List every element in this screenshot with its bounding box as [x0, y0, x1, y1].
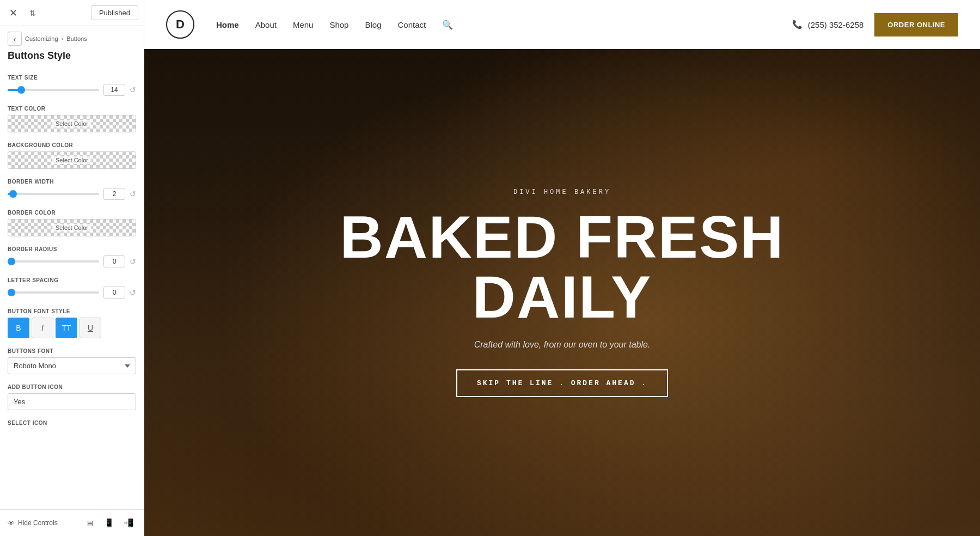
site-navbar: D Home About Menu Shop Blog Contact 🔍 📞 …: [144, 0, 980, 49]
hero-title-line1: BAKED FRESH: [340, 203, 785, 270]
nav-blog[interactable]: Blog: [365, 20, 381, 29]
border-radius-input[interactable]: 0: [103, 255, 125, 267]
button-font-style-field: BUTTON FONT STYLE B I TT U: [8, 308, 136, 338]
nav-menu[interactable]: Menu: [293, 20, 314, 29]
hero-content: DIVI HOME BAKERY BAKED FRESH DAILY Craft…: [144, 49, 980, 536]
logo-circle[interactable]: D: [166, 10, 194, 39]
select-icon-label: SELECT ICON: [8, 420, 136, 426]
text-size-row: 14 ↺: [8, 84, 136, 96]
tablet-device-button[interactable]: 📱: [101, 515, 117, 531]
preview-area: D Home About Menu Shop Blog Contact 🔍 📞 …: [144, 0, 980, 536]
text-color-swatch[interactable]: Select Color: [8, 115, 136, 132]
border-color-swatch-label: Select Color: [52, 224, 91, 232]
panel-title: Buttons Style: [0, 49, 144, 69]
published-button[interactable]: Published: [91, 5, 138, 20]
nav-phone: 📞 (255) 352-6258: [792, 20, 864, 29]
nav-about[interactable]: About: [255, 20, 277, 29]
search-icon[interactable]: 🔍: [442, 20, 453, 30]
hero-title: BAKED FRESH DAILY: [340, 207, 785, 327]
border-radius-field: BORDER RADIUS 0 ↺: [8, 246, 136, 267]
border-width-slider-thumb[interactable]: [9, 190, 17, 198]
letter-spacing-label: LETTER SPACING: [8, 277, 136, 283]
text-size-slider-thumb[interactable]: [17, 86, 25, 94]
letter-spacing-row: 0 ↺: [8, 287, 136, 299]
phone-number: (255) 352-6258: [808, 20, 864, 29]
border-radius-slider-track[interactable]: [8, 260, 99, 263]
hero-subtitle: DIVI HOME BAKERY: [513, 188, 611, 196]
nav-shop[interactable]: Shop: [329, 20, 348, 29]
border-width-slider-track[interactable]: [8, 193, 99, 195]
eye-icon: 👁: [8, 519, 15, 527]
close-button[interactable]: ✕: [5, 5, 21, 21]
letter-spacing-slider-thumb[interactable]: [8, 289, 15, 296]
buttons-font-label: BUTTONS FONT: [8, 348, 136, 354]
phone-icon: 📞: [792, 20, 803, 29]
breadcrumb: Customizing › Buttons: [25, 35, 87, 42]
order-online-button[interactable]: ORDER ONLINE: [874, 13, 958, 36]
letter-spacing-field: LETTER SPACING 0 ↺: [8, 277, 136, 299]
text-color-swatch-label: Select Color: [52, 120, 91, 127]
hero-title-line2: DAILY: [473, 263, 652, 330]
letter-spacing-input[interactable]: 0: [103, 287, 125, 299]
bold-button[interactable]: B: [8, 318, 29, 338]
add-button-icon-field: ADD BUTTON ICON Yes: [8, 384, 136, 410]
border-radius-row: 0 ↺: [8, 255, 136, 267]
nav-contact[interactable]: Contact: [398, 20, 426, 29]
text-color-field: TEXT COLOR Select Color: [8, 106, 136, 132]
caps-button[interactable]: TT: [56, 318, 77, 338]
border-radius-label: BORDER RADIUS: [8, 246, 136, 252]
background-color-swatch-label: Select Color: [52, 156, 91, 164]
hero-cta-button[interactable]: SKIP THE LINE . ORDER AHEAD .: [456, 369, 668, 397]
desktop-device-button[interactable]: 🖥: [82, 515, 97, 531]
border-color-field: BORDER COLOR Select Color: [8, 210, 136, 236]
panel-content: TEXT SIZE 14 ↺ TEXT COLOR Select Color B…: [0, 69, 144, 509]
select-icon-field: SELECT ICON: [8, 420, 136, 426]
buttons-font-dropdown[interactable]: Roboto Mono Open Sans Lato: [8, 357, 136, 374]
border-width-reset-icon[interactable]: ↺: [130, 190, 136, 198]
letter-spacing-slider-track[interactable]: [8, 291, 99, 294]
bottom-bar: 👁 Hide Controls 🖥 📱 📲: [0, 509, 144, 536]
border-color-swatch[interactable]: Select Color: [8, 219, 136, 236]
background-color-field: BACKGROUND COLOR Select Color: [8, 142, 136, 169]
button-font-style-label: BUTTON FONT STYLE: [8, 308, 136, 314]
background-color-swatch[interactable]: Select Color: [8, 151, 136, 169]
letter-spacing-reset-icon[interactable]: ↺: [130, 288, 136, 297]
nav-right: 📞 (255) 352-6258 ORDER ONLINE: [792, 13, 958, 36]
border-color-label: BORDER COLOR: [8, 210, 136, 216]
font-style-row: B I TT U: [8, 318, 136, 338]
underline-button[interactable]: U: [79, 318, 101, 338]
top-bar: ✕ ⇅ Published: [0, 0, 144, 26]
text-size-slider-track[interactable]: [8, 89, 99, 91]
nav-home[interactable]: Home: [216, 20, 239, 29]
border-radius-reset-icon[interactable]: ↺: [130, 257, 136, 266]
customizer-panel: ✕ ⇅ Published ‹ Customizing › Buttons Bu…: [0, 0, 144, 536]
back-button[interactable]: ‹: [8, 32, 22, 46]
italic-button[interactable]: I: [32, 318, 53, 338]
add-button-icon-label: ADD BUTTON ICON: [8, 384, 136, 390]
border-width-label: BORDER WIDTH: [8, 179, 136, 185]
site-logo: D: [166, 10, 194, 39]
text-color-label: TEXT COLOR: [8, 106, 136, 112]
add-button-icon-value[interactable]: Yes: [8, 393, 136, 410]
border-width-row: 2 ↺: [8, 188, 136, 200]
hide-controls-button[interactable]: 👁 Hide Controls: [8, 519, 58, 527]
background-color-label: BACKGROUND COLOR: [8, 142, 136, 148]
breadcrumb-area: ‹ Customizing › Buttons: [0, 26, 144, 49]
text-size-input[interactable]: 14: [103, 84, 125, 96]
border-width-input[interactable]: 2: [103, 188, 125, 200]
border-radius-slider-thumb[interactable]: [8, 258, 15, 265]
text-size-reset-icon[interactable]: ↺: [130, 86, 136, 94]
sort-button[interactable]: ⇅: [25, 5, 40, 21]
hero-description: Crafted with love, from our oven to your…: [474, 340, 651, 350]
buttons-font-field: BUTTONS FONT Roboto Mono Open Sans Lato: [8, 348, 136, 374]
text-size-label: TEXT SIZE: [8, 75, 136, 81]
mobile-device-button[interactable]: 📲: [121, 515, 136, 531]
text-size-field: TEXT SIZE 14 ↺: [8, 75, 136, 96]
site-nav: Home About Menu Shop Blog Contact 🔍: [216, 20, 792, 30]
border-width-field: BORDER WIDTH 2 ↺: [8, 179, 136, 200]
